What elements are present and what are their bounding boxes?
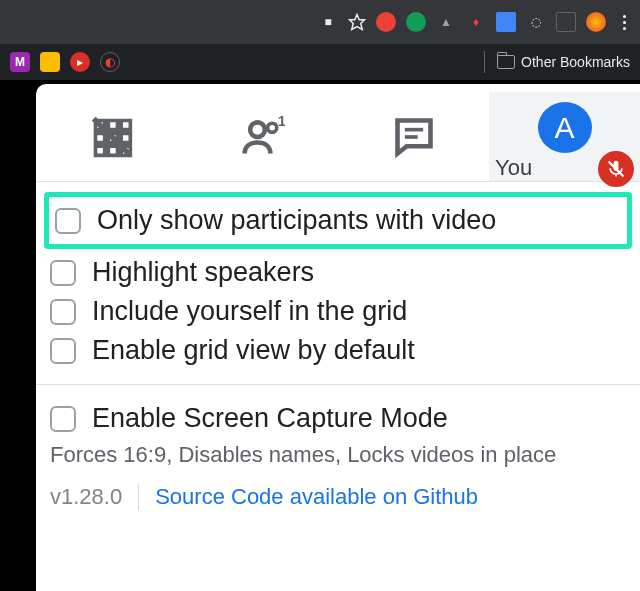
extension-icon[interactable]: ▲: [436, 12, 456, 32]
capture-description: Forces 16:9, Disables names, Locks video…: [50, 442, 626, 468]
avatar-letter: A: [554, 111, 574, 145]
svg-text:1: 1: [277, 115, 284, 129]
avatar-icon[interactable]: [586, 12, 606, 32]
option-label: Enable Screen Capture Mode: [92, 403, 448, 434]
checkbox[interactable]: [50, 299, 76, 325]
extension-icon[interactable]: [376, 12, 396, 32]
option-label: Highlight speakers: [92, 257, 314, 288]
extension-icon[interactable]: [406, 12, 426, 32]
checkbox[interactable]: [50, 406, 76, 432]
bookmark-icon[interactable]: [40, 52, 60, 72]
panel-footer: v1.28.0 Source Code available on Github: [50, 468, 626, 526]
extension-panel: 1 A You Only show participants with vide…: [36, 84, 640, 591]
extension-icon[interactable]: ♦: [466, 12, 486, 32]
extension-icon[interactable]: [556, 12, 576, 32]
grid-off-icon: [90, 115, 134, 159]
browser-toolbar: ■ ▲ ♦ ◌: [0, 0, 640, 44]
checkbox[interactable]: [50, 260, 76, 286]
mic-muted-badge[interactable]: [598, 151, 634, 187]
divider: [36, 384, 640, 385]
bookmarks-bar: M ▸ ◐ Other Bookmarks: [0, 44, 640, 80]
camera-icon[interactable]: ■: [318, 12, 338, 32]
tab-people[interactable]: 1: [187, 92, 338, 181]
option-label: Enable grid view by default: [92, 335, 415, 366]
star-icon[interactable]: [348, 13, 366, 31]
highlighted-option: Only show participants with video: [44, 192, 632, 249]
tab-chat[interactable]: [338, 92, 489, 181]
svg-marker-0: [350, 15, 365, 30]
mic-off-icon: [606, 159, 626, 179]
chat-icon: [392, 115, 436, 159]
browser-menu-icon[interactable]: [616, 15, 632, 30]
checkbox[interactable]: [50, 338, 76, 364]
version-label: v1.28.0: [50, 484, 122, 510]
bookmark-icon[interactable]: M: [10, 52, 30, 72]
panel-tabs: 1 A You: [36, 92, 640, 182]
other-bookmarks-button[interactable]: Other Bookmarks: [484, 51, 630, 73]
svg-point-3: [267, 123, 276, 132]
options-list: Only show participants with video Highli…: [36, 182, 640, 526]
other-bookmarks-label: Other Bookmarks: [521, 54, 630, 70]
svg-line-1: [93, 118, 130, 155]
tab-you[interactable]: A You: [489, 92, 640, 181]
option-screen-capture-mode[interactable]: Enable Screen Capture Mode: [50, 399, 626, 438]
option-include-yourself[interactable]: Include yourself in the grid: [50, 292, 626, 331]
folder-icon: [497, 55, 515, 69]
option-label: Only show participants with video: [97, 205, 496, 236]
bookmark-icon[interactable]: ▸: [70, 52, 90, 72]
option-enable-grid-default[interactable]: Enable grid view by default: [50, 331, 626, 370]
you-label: You: [489, 155, 532, 181]
source-code-link[interactable]: Source Code available on Github: [155, 484, 478, 510]
checkbox[interactable]: [55, 208, 81, 234]
extension-icon[interactable]: ◌: [526, 12, 546, 32]
extension-icon[interactable]: [496, 12, 516, 32]
svg-point-2: [250, 122, 265, 137]
bookmark-icon[interactable]: ◐: [100, 52, 120, 72]
avatar: A: [538, 102, 592, 153]
tab-grid[interactable]: [36, 92, 187, 181]
option-only-video[interactable]: Only show participants with video: [55, 205, 621, 236]
option-label: Include yourself in the grid: [92, 296, 407, 327]
option-highlight-speakers[interactable]: Highlight speakers: [50, 253, 626, 292]
people-icon: 1: [241, 115, 285, 159]
